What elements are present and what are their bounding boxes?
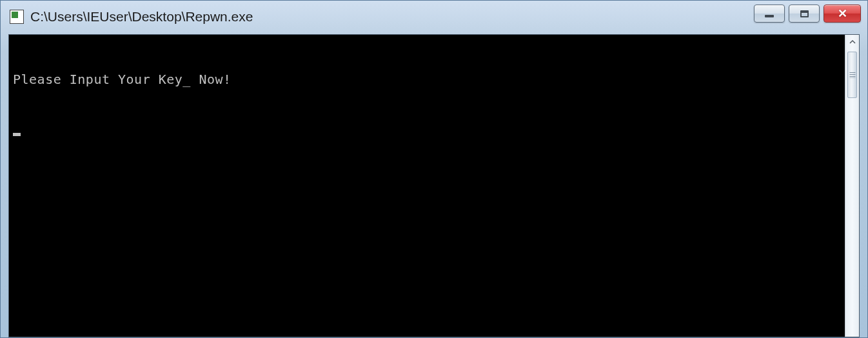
titlebar[interactable]: C:\Users\IEUser\Desktop\Repwn.exe ✕ [1, 1, 867, 33]
minimize-button[interactable] [754, 5, 785, 23]
chevron-up-icon [849, 39, 856, 45]
close-icon: ✕ [838, 8, 847, 19]
vertical-scrollbar[interactable] [845, 35, 859, 337]
window-title: C:\Users\IEUser\Desktop\Repwn.exe [30, 9, 862, 25]
console-input-line [13, 121, 841, 138]
scroll-thumb[interactable] [847, 52, 857, 98]
window-controls: ✕ [754, 5, 861, 23]
client-area: Please Input Your Key_ Now! [8, 34, 860, 337]
scroll-track[interactable] [845, 49, 859, 337]
cursor-icon [13, 133, 21, 136]
app-icon [10, 10, 24, 24]
scroll-up-button[interactable] [845, 35, 859, 49]
console-output[interactable]: Please Input Your Key_ Now! [9, 35, 845, 337]
maximize-button[interactable] [789, 5, 820, 23]
minimize-icon [765, 15, 774, 17]
console-line: Please Input Your Key_ Now! [13, 71, 841, 88]
maximize-icon [800, 10, 809, 17]
close-button[interactable]: ✕ [824, 5, 861, 23]
application-window: C:\Users\IEUser\Desktop\Repwn.exe ✕ Plea… [0, 0, 868, 338]
